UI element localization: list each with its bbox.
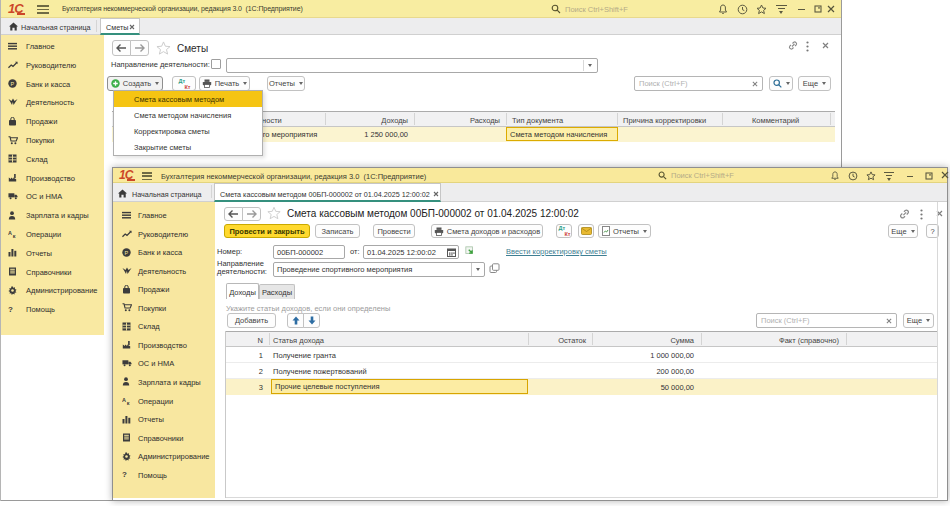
svg-text:к: к [127, 399, 130, 404]
svg-text:А: А [122, 397, 126, 403]
svg-text:к: к [13, 233, 16, 238]
svg-text:P: P [125, 249, 129, 255]
svg-text:P: P [11, 81, 15, 87]
svg-text:А: А [8, 230, 12, 236]
